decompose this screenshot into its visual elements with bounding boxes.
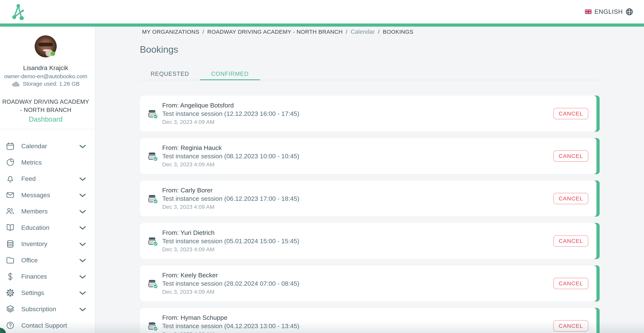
sidebar-item-office[interactable]: Office [0,252,94,269]
booking-from: From: Angelique Botsford [162,101,299,109]
active-tab-underline [200,79,260,80]
booking-session: Test instance session (08.12.2023 10:00 … [162,152,299,160]
booking-confirmed-icon [147,151,158,161]
sidebar-item-metrics[interactable]: Metrics [0,154,94,171]
language-label: ENGLISH [594,8,623,15]
cancel-button[interactable]: CANCEL [553,278,588,289]
booking-created: Dec 3, 2023 4:09 AM [162,330,299,333]
organization-name-line1: ROADWAY DRIVING ACADEMY [0,98,91,106]
user-email: owner-demo-en@autobooko.com [0,73,91,79]
sidebar-item-contact-support[interactable]: Contact Support [0,317,94,333]
booking-confirmed-icon [147,236,158,246]
bookings-list: From: Angelique Botsford Test instance s… [140,95,600,333]
chevron-down-icon [79,225,86,230]
chevron-down-icon [79,144,86,148]
breadcrumb-separator: / [202,29,204,35]
cancel-button[interactable]: CANCEL [553,108,588,119]
bell-icon [6,174,15,183]
online-status-dot [51,51,55,56]
booking-session: Test instance session (05.01.2024 15:00 … [162,237,299,245]
booking-card: From: Keely Becker Test instance session… [140,265,600,302]
booking-card: From: Reginia Hauck Test instance sessio… [140,138,600,174]
booking-session: Test instance session (04.12.2023 13:00 … [162,322,299,330]
booking-confirmed-icon [147,278,158,289]
breadcrumb-my-organizations[interactable]: MY ORGANIZATIONS [142,29,199,35]
chevron-down-icon [79,258,86,262]
sidebar-item-finances[interactable]: Finances [0,268,94,285]
sidebar-item-feed[interactable]: Feed [0,171,94,187]
sidebar-item-messages[interactable]: Messages [0,187,94,203]
cancel-button[interactable]: CANCEL [553,150,588,162]
breadcrumb: MY ORGANIZATIONS / ROADWAY DRIVING ACADE… [142,28,413,35]
booking-created: Dec 3, 2023 4:09 AM [162,160,299,169]
booking-card: From: Carly Borer Test instance session … [140,180,600,217]
sidebar-item-members[interactable]: Members [0,203,94,220]
booking-card: From: Angelique Botsford Test instance s… [140,95,600,132]
sidebar-item-label: Metrics [21,159,42,166]
organization-name-line2: - NORTH BRANCH [0,106,91,114]
booking-from: From: Reginia Hauck [162,144,299,152]
inventory-icon [6,240,15,249]
calendar-icon [6,142,15,151]
booking-from: From: Hyman Schuppe [162,314,299,322]
mail-icon [6,191,15,199]
breadcrumb-separator: / [346,29,348,35]
sidebar-item-label: Messages [21,191,50,199]
sidebar-item-education[interactable]: Education [0,220,94,236]
chevron-down-icon [79,177,86,181]
cancel-button[interactable]: CANCEL [553,320,588,332]
sidebar-item-subscription[interactable]: Subscription [0,301,94,317]
gear-icon [6,288,15,297]
booking-created: Dec 3, 2023 4:09 AM [162,288,299,296]
tab-requested[interactable]: REQUESTED [140,68,200,80]
app-logo[interactable] [12,3,26,20]
booking-from: From: Keely Becker [162,271,299,279]
education-icon [6,223,15,232]
breadcrumb-organization[interactable]: ROADWAY DRIVING ACADEMY - NORTH BRANCH [207,29,343,35]
booking-created: Dec 3, 2023 4:09 AM [162,203,299,211]
sidebar-nav: Calendar Metrics Feed Messages [0,138,94,333]
sidebar-item-label: Contact Support [21,322,67,329]
chevron-down-icon [79,242,86,246]
chevron-down-icon [79,307,86,312]
sidebar-item-label: Subscription [21,306,56,313]
booking-confirmed-icon [147,193,158,204]
help-icon [6,321,15,330]
booking-confirmed-icon [147,321,158,331]
cancel-button[interactable]: CANCEL [553,193,588,204]
dashboard-link[interactable]: Dashboard [0,115,91,123]
tabs-divider [140,80,600,80]
booking-card: From: Hyman Schuppe Test instance sessio… [140,308,600,333]
top-bar: ENGLISH [0,0,644,23]
sidebar-item-label: Inventory [21,240,47,248]
dollar-icon [6,272,15,281]
storage-row: Storage used: 1.26 GB [0,81,91,87]
members-icon [6,207,15,216]
uk-flag-icon [585,9,592,14]
chevron-down-icon [79,193,86,197]
language-selector[interactable]: ENGLISH [585,0,633,23]
sidebar-item-label: Feed [21,175,36,182]
folder-icon [6,256,15,265]
user-name: Lisandra Krajcik [0,64,91,71]
accent-bar [0,23,644,27]
cancel-button[interactable]: CANCEL [553,235,588,247]
sidebar-item-label: Calendar [21,142,47,150]
booking-card: From: Yuri Dietrich Test instance sessio… [140,223,600,259]
breadcrumb-calendar[interactable]: Calendar [350,28,375,35]
sidebar-item-label: Office [21,257,38,264]
booking-from: From: Carly Borer [162,186,299,194]
sidebar-item-calendar[interactable]: Calendar [0,138,94,154]
booking-session: Test instance session (28.02.2024 07:00 … [162,279,299,288]
sidebar-item-label: Finances [21,273,47,280]
chevron-down-icon [79,209,86,214]
logo-a-icon [12,3,26,20]
globe-icon [626,8,633,16]
tab-confirmed[interactable]: CONFIRMED [200,68,260,80]
chevron-down-icon [79,274,86,279]
sidebar-item-settings[interactable]: Settings [0,285,94,301]
booking-from: From: Yuri Dietrich [162,229,299,237]
booking-session: Test instance session (12.12.2023 16:00 … [162,109,299,118]
breadcrumb-separator: / [378,29,380,35]
sidebar-item-inventory[interactable]: Inventory [0,236,94,252]
